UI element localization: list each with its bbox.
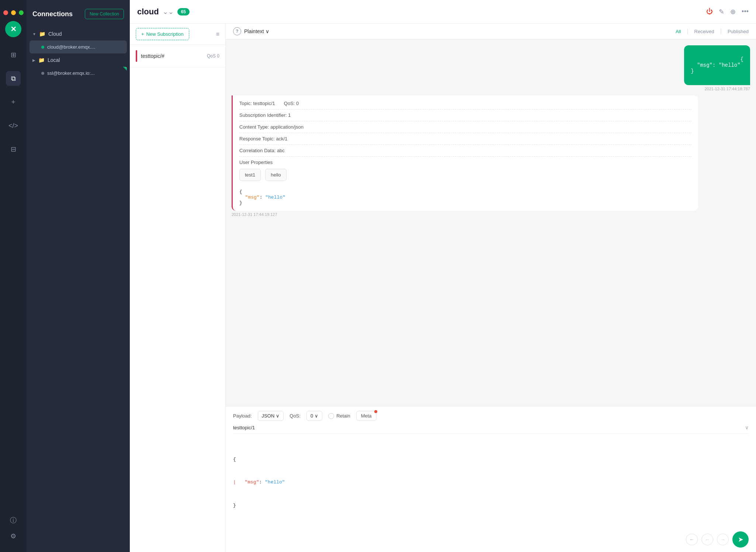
message-meta-row: Topic: testtopic/1 QoS: 0 [239,101,691,109]
help-label: ? [236,29,238,34]
meta-topic: Topic: testtopic/1 [239,101,275,106]
compose-area: Payload: JSON ∨ QoS: 0 ∨ [226,406,756,552]
nav-icon-code[interactable]: </> [6,118,21,133]
sidebar: Connections New Collection ▼ 📁 Cloud clo… [27,0,130,552]
connection-title: cloud [137,7,159,17]
nav-icon-grid[interactable]: ⊟ [6,142,21,157]
sidebar-header: Connections New Collection [27,0,130,25]
editor-key: "msg" [245,479,259,485]
filter-tab-all[interactable]: All [676,29,681,34]
compose-actions: ← ← → ➤ [233,531,749,548]
user-prop-key: test1 [239,169,261,181]
content-area: + New Subscription ≡ testtopic/# QoS 0 [130,24,756,552]
chevron-down-icon-topbar[interactable]: ⌄⌄ [163,8,174,16]
nav-back-button[interactable]: ← [686,534,698,545]
send-button[interactable]: ➤ [732,531,749,548]
help-icon[interactable]: ? [233,27,241,35]
more-options-icon[interactable]: ••• [742,8,749,15]
subscription-panel: + New Subscription ≡ testtopic/# QoS 0 [130,24,226,552]
format-selector[interactable]: Plaintext ∨ [244,28,269,34]
new-subscription-button[interactable]: + New Subscription [136,28,189,40]
nav-left-button[interactable]: ← [701,534,713,545]
chevron-down-format-select: ∨ [276,413,280,419]
main-content: cloud ⌄⌄ 65 ⏻ ✎ ⊕ ••• + [130,0,756,552]
received-message-time: 2021-12-31 17:44:19:127 [232,212,698,217]
checkbox-circle-retain [328,413,334,419]
user-prop-value: hello [265,169,286,181]
message-toolbar: ? Plaintext ∨ All | Received | [226,24,756,39]
message-area: ? Plaintext ∨ All | Received | [226,24,756,552]
window-control-maximize[interactable] [19,10,24,15]
subscription-color-bar [136,50,137,62]
retain-checkbox[interactable]: Retain [328,413,350,419]
connection-status-dot [41,46,44,49]
received-bubble: Topic: testtopic/1 QoS: 0 Subscription I… [232,95,698,211]
toolbar-right: All | Received | Published [676,28,749,35]
topbar: cloud ⌄⌄ 65 ⏻ ✎ ⊕ ••• [130,0,756,24]
filter-tab-received[interactable]: Received [694,29,714,34]
add-tab-icon[interactable]: ⊕ [730,8,736,16]
nav-icon-connections[interactable]: ⊞ [6,48,21,62]
sent-message-time: 2021-12-31 17:44:18:787 [684,87,750,91]
meta-label: Meta [361,413,372,419]
sidebar-item-ssl-broker[interactable]: ssl@broker.emqx.io:... [30,67,127,80]
meta-sub-id: Subscription Identifier: 1 [239,112,691,118]
compose-toolbar: Payload: JSON ∨ QoS: 0 ∨ [233,411,749,421]
topic-input[interactable] [233,425,745,430]
nav-icon-add[interactable]: + [6,95,21,109]
editor-line-3: } [233,502,749,510]
meta-correlation-data: Correlation Data: abc [239,148,691,153]
code-editor-area: { | "msg": "hello" } [233,433,749,528]
user-props-row: test1 hello [239,169,691,181]
new-subscription-label: New Subscription [146,31,184,37]
group-label-local: Local [48,57,60,63]
code-editor[interactable]: { | "msg": "hello" } [233,437,749,528]
meta-dot [374,410,377,413]
topic-row: ∨ [233,425,749,430]
format-select[interactable]: JSON ∨ [258,411,284,421]
format-label: Plaintext [244,28,264,34]
window-control-minimize[interactable] [11,10,16,15]
expand-icon[interactable]: ∨ [745,425,749,430]
message-count-badge: 65 [177,8,190,15]
toolbar-left: ? Plaintext ∨ [233,27,269,35]
nav-icon-info[interactable]: ⓘ [10,516,17,525]
topbar-right: ⏻ ✎ ⊕ ••• [706,8,749,16]
qos-select[interactable]: 0 ∨ [306,411,322,421]
subscription-qos: QoS 0 [207,53,219,59]
folder-icon: 📁 [39,31,45,37]
meta-button[interactable]: Meta [356,411,377,421]
filter-icon[interactable]: ≡ [216,31,219,38]
code-line-3: } [239,200,691,206]
chevron-right-icon: ▶ [32,58,35,62]
sidebar-content: ▼ 📁 Cloud cloud@broker.emqx.... ▶ 📁 Loca… [27,25,130,552]
sidebar-group-cloud[interactable]: ▼ 📁 Cloud [27,28,130,40]
code-line-2: "msg": "hello" [239,195,691,200]
sidebar-group-local[interactable]: ▶ 📁 Local [27,54,130,66]
separator: | [687,28,688,35]
meta-response-topic: Response Topic: ack/1 [239,136,691,142]
edit-icon[interactable]: ✎ [719,8,724,16]
meta-qos: QoS: 0 [284,101,299,106]
folder-icon-local: 📁 [38,57,45,63]
received-code-block: { "msg": "hello" } [239,185,691,206]
editor-line-1: { [233,456,749,464]
nav-right-button[interactable]: → [717,534,729,545]
message-received: Topic: testtopic/1 QoS: 0 Subscription I… [232,95,698,217]
code-value: "hello" [265,195,285,200]
connection-name: cloud@broker.emqx.... [47,44,95,50]
retain-label: Retain [336,413,350,419]
nav-icon-settings[interactable]: ⚙ [10,532,16,540]
chevron-down-format-icon: ∨ [266,28,269,34]
nav-icon-copy[interactable]: ⧉ [6,71,21,86]
power-icon[interactable]: ⏻ [706,8,713,15]
window-control-close[interactable] [3,10,8,15]
sidebar-item-cloud-broker[interactable]: cloud@broker.emqx.... [30,41,127,53]
ssl-connection-name: ssl@broker.emqx.io:... [47,70,95,76]
new-collection-button[interactable]: New Collection [85,9,124,19]
filter-tab-published[interactable]: Published [728,29,749,34]
app-logo: ✕ [5,21,21,37]
subscription-header: + New Subscription ≡ [130,24,225,45]
code-line-1: { [239,189,691,195]
subscription-item[interactable]: testtopic/# QoS 0 [130,45,225,67]
